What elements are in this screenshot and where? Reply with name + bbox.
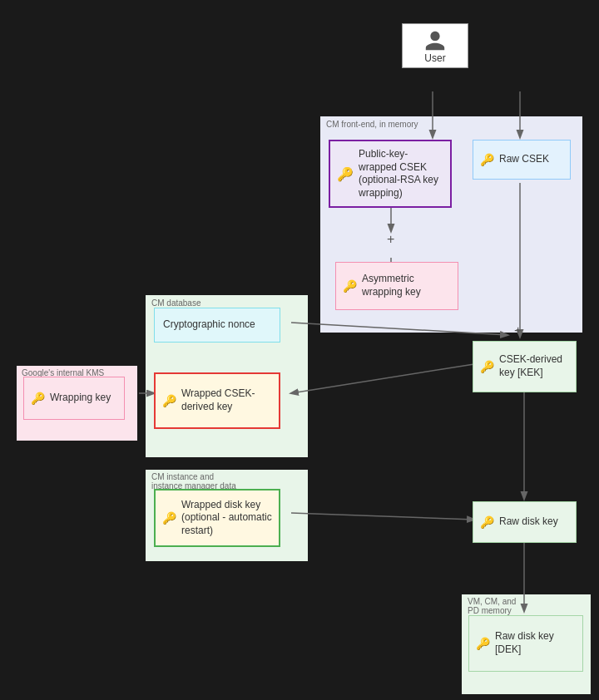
key-icon-5: 🔑 xyxy=(31,392,45,405)
raw-disk-dek-box: 🔑 Raw disk key [DEK] xyxy=(468,615,583,672)
key-icon-2: 🔑 xyxy=(480,153,494,166)
public-csek-box: 🔑 Public-key-wrapped CSEK (optional-RSA … xyxy=(329,140,452,208)
raw-disk-dek-label: Raw disk key [DEK] xyxy=(495,630,576,656)
cm-frontend-label: CM front-end, in memory xyxy=(326,120,418,129)
key-icon-3: 🔑 xyxy=(343,279,357,293)
key-icon-8: 🔑 xyxy=(480,515,494,529)
asym-wrapping-key-box: 🔑 Asymmetric wrapping key xyxy=(335,262,458,310)
csek-kek-box: 🔑 CSEK-derived key [KEK] xyxy=(473,341,577,392)
user-box: User xyxy=(402,23,468,68)
wrapping-key-label: Wrapping key xyxy=(50,392,111,405)
csek-kek-label: CSEK-derived key [KEK] xyxy=(499,353,569,379)
key-icon-7: 🔑 xyxy=(162,511,176,525)
public-csek-label: Public-key-wrapped CSEK (optional-RSA ke… xyxy=(359,148,443,200)
asym-wrapping-key-label: Asymmetric wrapping key xyxy=(362,273,451,298)
raw-disk-key-label: Raw disk key xyxy=(499,515,558,529)
wrapped-disk-key-label: Wrapped disk key (optional - automatic r… xyxy=(181,499,272,538)
svg-line-10 xyxy=(291,513,474,520)
wrapped-disk-key-box: 🔑 Wrapped disk key (optional - automatic… xyxy=(154,489,280,547)
key-icon-4: 🔑 xyxy=(162,394,176,407)
person-icon xyxy=(423,29,447,52)
crypto-nonce-label: Cryptographic nonce xyxy=(163,318,255,332)
key-icon-9: 🔑 xyxy=(476,637,490,650)
wrapped-csek-derived-box: 🔑 Wrapped CSEK-derived key xyxy=(154,372,280,429)
vm-memory-label: VM, CM, and PD memory xyxy=(468,597,516,615)
wrapping-key-box: 🔑 Wrapping key xyxy=(23,377,125,420)
raw-disk-key-box: 🔑 Raw disk key xyxy=(473,501,577,543)
user-label: User xyxy=(424,52,445,64)
cm-database-label: CM database xyxy=(151,298,200,308)
key-icon: 🔑 xyxy=(337,166,354,182)
wrapped-csek-derived-label: Wrapped CSEK-derived key xyxy=(181,387,272,413)
raw-csek-label: Raw CSEK xyxy=(499,153,549,166)
diagram-container: CM front-end, in memory CM database Goog… xyxy=(8,8,591,692)
cm-instance-label: CM instance and instance manager data xyxy=(151,472,236,490)
crypto-nonce-box: Cryptographic nonce xyxy=(154,308,280,343)
raw-csek-box: 🔑 Raw CSEK xyxy=(473,140,571,180)
svg-line-8 xyxy=(291,364,474,393)
key-icon-6: 🔑 xyxy=(480,360,494,373)
